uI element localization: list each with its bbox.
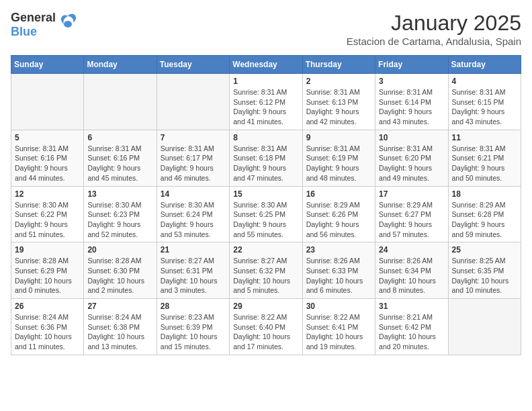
calendar-cell: 27Sunrise: 8:24 AM Sunset: 6:38 PM Dayli… <box>84 299 157 355</box>
day-info: Sunrise: 8:24 AM Sunset: 6:36 PM Dayligh… <box>15 312 80 352</box>
calendar-cell: 30Sunrise: 8:22 AM Sunset: 6:41 PM Dayli… <box>302 299 375 355</box>
day-info: Sunrise: 8:29 AM Sunset: 6:28 PM Dayligh… <box>452 200 517 240</box>
calendar-cell: 12Sunrise: 8:30 AM Sunset: 6:22 PM Dayli… <box>11 186 84 242</box>
logo-blue: Blue <box>11 25 37 38</box>
day-number: 8 <box>233 133 298 142</box>
calendar-cell: 10Sunrise: 8:31 AM Sunset: 6:20 PM Dayli… <box>375 130 448 186</box>
weekday-header-row: SundayMondayTuesdayWednesdayThursdayFrid… <box>11 56 521 74</box>
day-number: 5 <box>15 133 80 142</box>
weekday-header-monday: Monday <box>84 56 157 74</box>
day-number: 7 <box>161 133 226 142</box>
svg-point-0 <box>64 21 72 28</box>
calendar-cell <box>84 74 157 130</box>
calendar-cell: 14Sunrise: 8:30 AM Sunset: 6:24 PM Dayli… <box>157 186 229 242</box>
location-title: Estacion de Cartama, Andalusia, Spain <box>347 36 521 47</box>
day-number: 3 <box>379 77 444 86</box>
day-info: Sunrise: 8:29 AM Sunset: 6:27 PM Dayligh… <box>379 200 444 240</box>
day-number: 23 <box>306 245 371 255</box>
calendar-cell: 21Sunrise: 8:27 AM Sunset: 6:31 PM Dayli… <box>157 242 229 299</box>
day-number: 22 <box>233 245 298 255</box>
day-number: 11 <box>452 133 517 142</box>
day-number: 13 <box>87 189 152 199</box>
day-info: Sunrise: 8:31 AM Sunset: 6:16 PM Dayligh… <box>87 144 152 183</box>
calendar-cell: 15Sunrise: 8:30 AM Sunset: 6:25 PM Dayli… <box>230 186 302 242</box>
title-area: January 2025 Estacion de Cartama, Andalu… <box>347 11 521 47</box>
day-info: Sunrise: 8:31 AM Sunset: 6:21 PM Dayligh… <box>452 144 517 183</box>
calendar-cell: 25Sunrise: 8:25 AM Sunset: 6:35 PM Dayli… <box>448 242 521 299</box>
calendar-cell: 9Sunrise: 8:31 AM Sunset: 6:19 PM Daylig… <box>302 130 375 186</box>
logo-general: General <box>11 11 56 24</box>
day-number: 18 <box>452 189 517 199</box>
day-number: 4 <box>452 77 517 86</box>
calendar-week-5: 26Sunrise: 8:24 AM Sunset: 6:36 PM Dayli… <box>11 299 521 355</box>
calendar-cell: 24Sunrise: 8:26 AM Sunset: 6:34 PM Dayli… <box>375 242 448 299</box>
calendar-cell: 3Sunrise: 8:31 AM Sunset: 6:14 PM Daylig… <box>375 74 448 130</box>
calendar-cell <box>448 299 521 355</box>
logo: General Blue <box>11 11 77 39</box>
day-number: 24 <box>379 245 444 255</box>
day-info: Sunrise: 8:29 AM Sunset: 6:26 PM Dayligh… <box>306 200 371 240</box>
calendar-cell <box>157 74 229 130</box>
day-info: Sunrise: 8:26 AM Sunset: 6:34 PM Dayligh… <box>379 256 444 295</box>
day-number: 15 <box>233 189 298 199</box>
day-number: 19 <box>15 245 80 255</box>
calendar-week-4: 19Sunrise: 8:28 AM Sunset: 6:29 PM Dayli… <box>11 242 521 299</box>
day-info: Sunrise: 8:31 AM Sunset: 6:14 PM Dayligh… <box>379 87 444 127</box>
day-info: Sunrise: 8:31 AM Sunset: 6:16 PM Dayligh… <box>15 144 80 183</box>
calendar-cell: 16Sunrise: 8:29 AM Sunset: 6:26 PM Dayli… <box>302 186 375 242</box>
calendar-cell: 29Sunrise: 8:22 AM Sunset: 6:40 PM Dayli… <box>230 299 302 355</box>
day-info: Sunrise: 8:23 AM Sunset: 6:39 PM Dayligh… <box>161 312 226 352</box>
day-number: 12 <box>15 189 80 199</box>
day-info: Sunrise: 8:31 AM Sunset: 6:18 PM Dayligh… <box>233 144 298 183</box>
day-info: Sunrise: 8:30 AM Sunset: 6:24 PM Dayligh… <box>161 200 226 240</box>
day-number: 20 <box>87 245 152 255</box>
calendar-cell: 4Sunrise: 8:31 AM Sunset: 6:15 PM Daylig… <box>448 74 521 130</box>
month-title: January 2025 <box>347 11 521 36</box>
calendar-cell: 31Sunrise: 8:21 AM Sunset: 6:42 PM Dayli… <box>375 299 448 355</box>
weekday-header-tuesday: Tuesday <box>157 56 229 74</box>
day-number: 31 <box>379 302 444 311</box>
day-info: Sunrise: 8:27 AM Sunset: 6:31 PM Dayligh… <box>161 256 226 295</box>
calendar-cell: 19Sunrise: 8:28 AM Sunset: 6:29 PM Dayli… <box>11 242 84 299</box>
calendar-cell: 5Sunrise: 8:31 AM Sunset: 6:16 PM Daylig… <box>11 130 84 186</box>
day-info: Sunrise: 8:30 AM Sunset: 6:25 PM Dayligh… <box>233 200 298 240</box>
calendar-body: 1Sunrise: 8:31 AM Sunset: 6:12 PM Daylig… <box>11 74 521 355</box>
day-info: Sunrise: 8:31 AM Sunset: 6:19 PM Dayligh… <box>306 144 371 183</box>
day-number: 2 <box>306 77 371 86</box>
day-number: 9 <box>306 133 371 142</box>
calendar-cell: 2Sunrise: 8:31 AM Sunset: 6:13 PM Daylig… <box>302 74 375 130</box>
weekday-header-sunday: Sunday <box>11 56 84 74</box>
day-info: Sunrise: 8:31 AM Sunset: 6:13 PM Dayligh… <box>306 87 371 127</box>
day-info: Sunrise: 8:31 AM Sunset: 6:15 PM Dayligh… <box>452 87 517 127</box>
weekday-header-thursday: Thursday <box>302 56 375 74</box>
day-info: Sunrise: 8:22 AM Sunset: 6:40 PM Dayligh… <box>233 312 298 352</box>
calendar-cell: 8Sunrise: 8:31 AM Sunset: 6:18 PM Daylig… <box>230 130 302 186</box>
day-number: 16 <box>306 189 371 199</box>
day-number: 30 <box>306 302 371 311</box>
weekday-header-wednesday: Wednesday <box>230 56 302 74</box>
day-info: Sunrise: 8:31 AM Sunset: 6:12 PM Dayligh… <box>233 87 298 127</box>
logo-bird-icon <box>58 13 77 36</box>
day-info: Sunrise: 8:25 AM Sunset: 6:35 PM Dayligh… <box>452 256 517 295</box>
calendar-week-2: 5Sunrise: 8:31 AM Sunset: 6:16 PM Daylig… <box>11 130 521 186</box>
day-number: 14 <box>161 189 226 199</box>
day-number: 29 <box>233 302 298 311</box>
day-info: Sunrise: 8:27 AM Sunset: 6:32 PM Dayligh… <box>233 256 298 295</box>
calendar-cell: 13Sunrise: 8:30 AM Sunset: 6:23 PM Dayli… <box>84 186 157 242</box>
calendar-cell: 6Sunrise: 8:31 AM Sunset: 6:16 PM Daylig… <box>84 130 157 186</box>
day-info: Sunrise: 8:30 AM Sunset: 6:22 PM Dayligh… <box>15 200 80 240</box>
day-info: Sunrise: 8:26 AM Sunset: 6:33 PM Dayligh… <box>306 256 371 295</box>
day-number: 21 <box>161 245 226 255</box>
day-info: Sunrise: 8:31 AM Sunset: 6:17 PM Dayligh… <box>161 144 226 183</box>
calendar-cell: 22Sunrise: 8:27 AM Sunset: 6:32 PM Dayli… <box>230 242 302 299</box>
day-info: Sunrise: 8:31 AM Sunset: 6:20 PM Dayligh… <box>379 144 444 183</box>
day-info: Sunrise: 8:30 AM Sunset: 6:23 PM Dayligh… <box>87 200 152 240</box>
calendar-cell: 11Sunrise: 8:31 AM Sunset: 6:21 PM Dayli… <box>448 130 521 186</box>
day-number: 10 <box>379 133 444 142</box>
day-number: 26 <box>15 302 80 311</box>
day-info: Sunrise: 8:28 AM Sunset: 6:29 PM Dayligh… <box>15 256 80 295</box>
calendar-cell: 26Sunrise: 8:24 AM Sunset: 6:36 PM Dayli… <box>11 299 84 355</box>
day-number: 17 <box>379 189 444 199</box>
day-info: Sunrise: 8:22 AM Sunset: 6:41 PM Dayligh… <box>306 312 371 352</box>
calendar-cell: 17Sunrise: 8:29 AM Sunset: 6:27 PM Dayli… <box>375 186 448 242</box>
